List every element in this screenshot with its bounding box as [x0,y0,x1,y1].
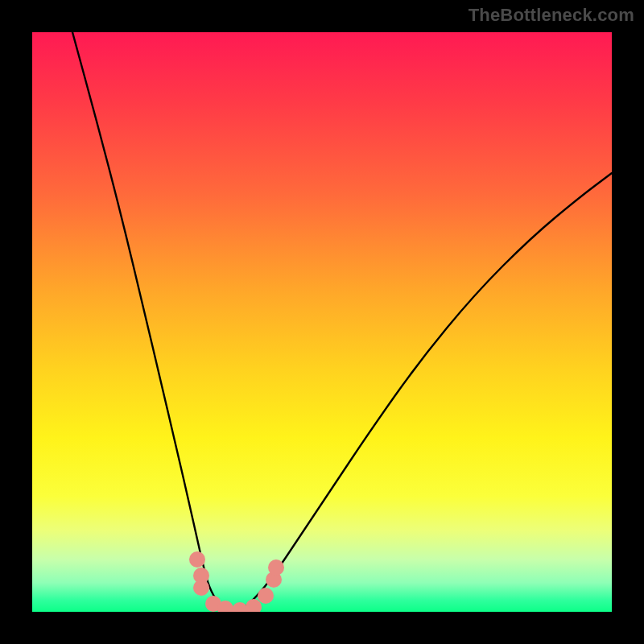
data-marker [258,588,274,604]
plot-area [32,32,612,612]
watermark-text: TheBottleneck.com [469,5,634,26]
data-marker [193,580,209,596]
left-curve [72,32,240,612]
data-markers [189,551,284,612]
data-marker [189,551,205,568]
curve-layer [32,32,612,612]
outer-frame: TheBottleneck.com [0,0,644,644]
data-marker [268,559,284,576]
right-curve [240,173,612,612]
data-marker [246,599,262,612]
